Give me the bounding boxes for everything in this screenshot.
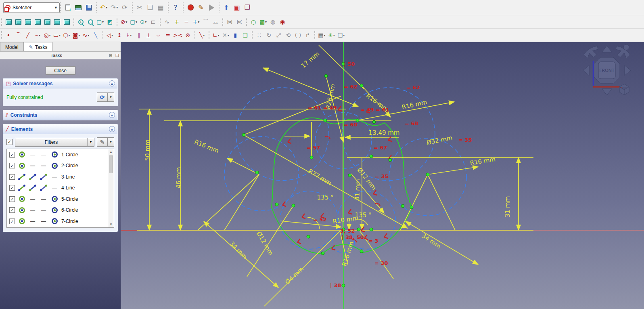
sketch-point[interactable] (255, 171, 259, 174)
tab-model[interactable]: Model (0, 42, 24, 51)
refresh-button[interactable]: ⟳ (119, 2, 130, 13)
fillet-button[interactable]: ∟▾ (211, 30, 221, 40)
sketch-point[interactable] (342, 284, 345, 287)
sketch-point[interactable] (401, 204, 404, 208)
sketch-point[interactable] (370, 228, 373, 231)
view-left[interactable] (62, 17, 71, 27)
create-polygon-button[interactable]: ⬡▾ (62, 30, 71, 40)
constraint-label[interactable]: 3, 52 (340, 228, 355, 234)
new-document[interactable] (63, 2, 73, 13)
bspline-insert-knot-button[interactable]: + (172, 17, 182, 27)
section-view-button[interactable]: ▢▾ (129, 17, 138, 27)
sketch-canvas[interactable]: 17 mmR26 mmR16 mmR16 mmR16 mmR77 mm13.49… (121, 42, 644, 309)
sketch-point[interactable] (324, 119, 327, 122)
dimension-label[interactable]: 50 mm (144, 139, 151, 161)
sketch-point[interactable] (321, 252, 324, 255)
zoom-in-button[interactable]: + (76, 17, 86, 27)
sketch-point[interactable] (292, 204, 295, 207)
bspline-join-button[interactable]: ⌒ (201, 17, 211, 27)
create-polyline-button[interactable]: ⌒ (13, 30, 23, 40)
create-bspline-button[interactable]: ∿▾ (81, 30, 91, 40)
sketch-point[interactable] (348, 174, 351, 177)
close-button[interactable]: Close (46, 66, 75, 75)
elements-header[interactable]: ╱ Elements ▲ (3, 124, 117, 134)
filters-dropdown[interactable]: Filters ▼ (15, 138, 94, 147)
whats-this-button[interactable]: ? (170, 2, 181, 13)
save-document[interactable] (84, 2, 94, 13)
collapse-icon[interactable]: ▲ (109, 112, 115, 118)
bspline-remove-knot-button[interactable]: − (182, 17, 191, 27)
elements-edit-button[interactable]: ✎ (97, 137, 108, 147)
element-visibility-checkbox[interactable]: ✓ (9, 207, 15, 213)
snap-toggle-button[interactable]: ✳▾ (326, 30, 336, 40)
sketch-point[interactable] (360, 84, 363, 87)
view-sketch-button[interactable]: ▣ (232, 2, 242, 13)
fit-all-button[interactable]: ▢▾ (95, 17, 105, 27)
leave-sketch-button[interactable]: ⬆ (221, 2, 232, 13)
element-visibility-checkbox[interactable]: ✓ (9, 152, 15, 158)
grid-toggle-button[interactable]: ▦▾ (317, 30, 326, 40)
macro-record-button[interactable] (185, 2, 196, 13)
constrain-equal-button[interactable]: = (163, 30, 173, 40)
solver-messages-header[interactable]: ◳ Solver messages ▲ (3, 79, 117, 88)
create-slot-button[interactable]: ◙▾ (71, 30, 81, 40)
rotate-button[interactable]: ↻ (264, 30, 274, 40)
document-search-button[interactable]: ⊙▾ (138, 17, 148, 27)
sketch-point[interactable] (372, 120, 376, 124)
offset-button[interactable]: ⟲ (283, 30, 293, 40)
elements-scrollbar[interactable]: ▲ ▼ (108, 149, 114, 227)
constrain-auto-button[interactable]: ◉ (278, 17, 287, 27)
create-rectangle-button[interactable]: ▭▾ (52, 30, 62, 40)
open-document[interactable] (73, 2, 84, 13)
element-row-3-line[interactable]: ✓—3-Line (7, 171, 108, 183)
view-front[interactable] (13, 17, 23, 27)
constrain-symmetric-button[interactable]: >< (173, 30, 183, 40)
sketch-point[interactable] (426, 173, 429, 176)
element-visibility-checkbox[interactable]: ✓ (9, 196, 15, 202)
paste-button[interactable]: ▤ (155, 2, 166, 13)
constraint-label[interactable]: = 30 (374, 260, 388, 266)
zoom-selection-button[interactable]: ◩ (105, 17, 115, 27)
sketch-point[interactable] (310, 156, 313, 159)
constraint-label[interactable]: = 35 (375, 173, 389, 179)
element-visibility-checkbox[interactable]: ✓ (9, 219, 15, 224)
extend-edge-button[interactable]: ▮ (230, 30, 240, 40)
constraint-label[interactable]: = 60 (344, 122, 358, 128)
constrain-horizontal-distance-button[interactable]: ⊦▾ (124, 30, 134, 40)
symmetry-button[interactable]: ⋈ (225, 17, 234, 27)
element-visibility-checkbox[interactable]: ✓ (9, 174, 15, 180)
nav-sphere-icon[interactable] (623, 44, 629, 50)
symmetry-array-button[interactable]: ( ) (293, 30, 303, 40)
constraint-label[interactable]: = 62 (344, 84, 358, 90)
scrollbar-thumb[interactable] (109, 156, 113, 173)
refresh-dropdown-button[interactable]: ▼ (108, 92, 114, 102)
circle-tool-button[interactable]: ○ (249, 17, 258, 27)
move-button[interactable]: ↱ (303, 30, 312, 40)
constraint-label[interactable]: = 62 (406, 84, 420, 90)
elements-filter-checkbox[interactable]: ✓ (6, 139, 13, 145)
sketch-point[interactable] (360, 250, 363, 253)
create-point-button[interactable]: • (4, 30, 13, 40)
scale-button[interactable]: ⤢ (274, 30, 283, 40)
bspline-split-button[interactable]: ⌓ (211, 17, 220, 27)
sketch-point[interactable] (357, 228, 360, 231)
copy-button[interactable]: ❏ (145, 2, 155, 13)
translate-button[interactable]: ∷ (254, 30, 264, 40)
constraint-label[interactable]: = 68 (405, 120, 418, 126)
create-circle-button[interactable]: ◎▾ (42, 30, 52, 40)
element-row-4-line[interactable]: ✓—4-Line (7, 183, 108, 194)
map-sketch-button[interactable]: ❐ (242, 2, 253, 13)
view-top[interactable] (23, 17, 33, 27)
constrain-dimension-button[interactable]: ◁▾ (105, 30, 115, 40)
constrain-perpendicular-button[interactable]: ⟂ (144, 30, 153, 40)
element-row-2-circle[interactable]: ✓——2-Circle (7, 160, 108, 172)
sketch-point[interactable] (275, 203, 278, 206)
scroll-down-icon[interactable]: ▼ (108, 221, 114, 227)
scroll-up-icon[interactable]: ▲ (108, 149, 114, 155)
constraint-label[interactable]: = 49 = 61 (360, 107, 389, 113)
sketch-point[interactable] (370, 155, 373, 158)
view-right[interactable] (33, 17, 42, 27)
element-row-5-circle[interactable]: ✓——5-Circle (7, 193, 108, 205)
carbon-copy-button[interactable]: ❏ (240, 30, 250, 40)
measure-button[interactable]: ⊏ (148, 17, 158, 27)
